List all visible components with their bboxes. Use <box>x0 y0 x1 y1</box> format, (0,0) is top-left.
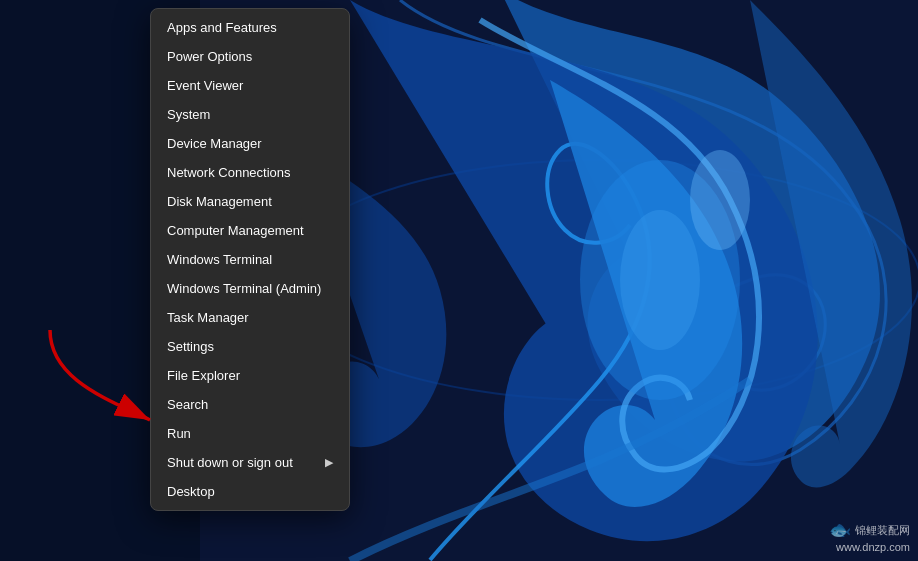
watermark-url: www.dnzp.com <box>829 541 910 553</box>
menu-item-label-run: Run <box>167 426 191 441</box>
menu-item-windows-terminal[interactable]: Windows Terminal <box>151 245 349 274</box>
menu-item-settings[interactable]: Settings <box>151 332 349 361</box>
menu-item-label-apps-features: Apps and Features <box>167 20 277 35</box>
menu-item-network-connections[interactable]: Network Connections <box>151 158 349 187</box>
menu-item-label-shut-down: Shut down or sign out <box>167 455 293 470</box>
menu-item-label-system: System <box>167 107 210 122</box>
menu-item-shut-down[interactable]: Shut down or sign out▶ <box>151 448 349 477</box>
svg-point-4 <box>620 210 700 350</box>
menu-item-label-search: Search <box>167 397 208 412</box>
menu-item-file-explorer[interactable]: File Explorer <box>151 361 349 390</box>
menu-item-run[interactable]: Run <box>151 419 349 448</box>
menu-item-system[interactable]: System <box>151 100 349 129</box>
menu-item-label-windows-terminal-admin: Windows Terminal (Admin) <box>167 281 321 296</box>
menu-item-label-task-manager: Task Manager <box>167 310 249 325</box>
context-menu: Apps and FeaturesPower OptionsEvent View… <box>150 8 350 511</box>
menu-item-disk-management[interactable]: Disk Management <box>151 187 349 216</box>
menu-item-apps-features[interactable]: Apps and Features <box>151 13 349 42</box>
menu-item-device-manager[interactable]: Device Manager <box>151 129 349 158</box>
menu-item-label-device-manager: Device Manager <box>167 136 262 151</box>
menu-item-chevron-shut-down: ▶ <box>325 456 333 469</box>
menu-item-windows-terminal-admin[interactable]: Windows Terminal (Admin) <box>151 274 349 303</box>
watermark: 🐟 锦鲤装配网 www.dnzp.com <box>829 519 910 553</box>
menu-item-power-options[interactable]: Power Options <box>151 42 349 71</box>
menu-item-label-desktop: Desktop <box>167 484 215 499</box>
menu-item-task-manager[interactable]: Task Manager <box>151 303 349 332</box>
svg-point-5 <box>690 150 750 250</box>
watermark-brand: 锦鲤装配网 <box>855 523 910 538</box>
menu-item-label-settings: Settings <box>167 339 214 354</box>
menu-item-computer-management[interactable]: Computer Management <box>151 216 349 245</box>
menu-item-label-computer-management: Computer Management <box>167 223 304 238</box>
watermark-icon: 🐟 <box>829 519 851 541</box>
menu-item-label-windows-terminal: Windows Terminal <box>167 252 272 267</box>
menu-item-desktop[interactable]: Desktop <box>151 477 349 506</box>
menu-item-label-power-options: Power Options <box>167 49 252 64</box>
menu-item-label-file-explorer: File Explorer <box>167 368 240 383</box>
desktop-background <box>0 0 918 561</box>
menu-item-event-viewer[interactable]: Event Viewer <box>151 71 349 100</box>
menu-item-search[interactable]: Search <box>151 390 349 419</box>
menu-item-label-network-connections: Network Connections <box>167 165 291 180</box>
menu-item-label-event-viewer: Event Viewer <box>167 78 243 93</box>
menu-item-label-disk-management: Disk Management <box>167 194 272 209</box>
